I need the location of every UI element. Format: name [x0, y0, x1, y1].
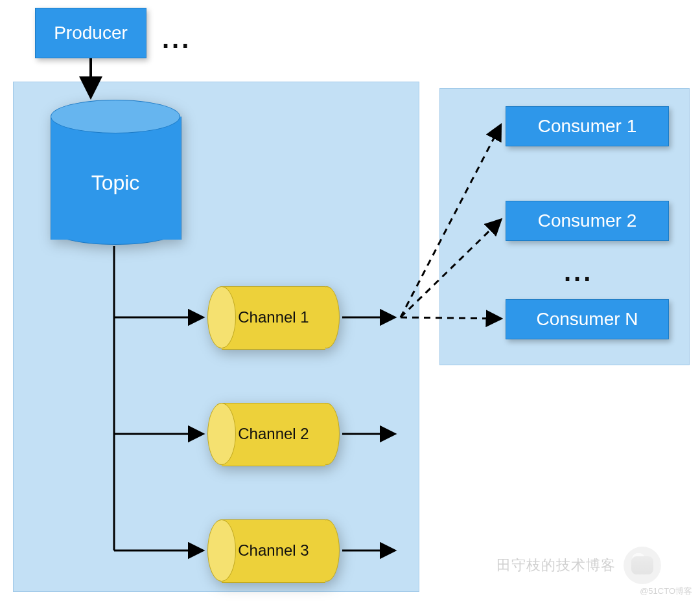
channel-label: Channel 1 — [207, 286, 340, 348]
channel-cylinder-3: Channel 3 — [207, 519, 340, 582]
channel-label: Channel 2 — [207, 403, 340, 465]
channel-cylinder-2: Channel 2 — [207, 403, 340, 465]
watermark-small: @51CTO博客 — [640, 585, 692, 597]
producer-box: Producer — [35, 8, 146, 58]
channel-label: Channel 3 — [207, 519, 340, 582]
channel-cylinder-1: Channel 1 — [207, 286, 340, 348]
watermark-text: 田守枝的技术博客 — [496, 556, 616, 575]
consumer-box-1: Consumer 1 — [506, 106, 669, 146]
consumers-ellipsis: ... — [564, 258, 593, 287]
consumer-box-n: Consumer N — [506, 299, 669, 339]
topic-cylinder: Topic — [51, 100, 180, 245]
watermark-logo-icon — [624, 547, 661, 584]
topic-label: Topic — [51, 171, 180, 195]
consumer-box-2: Consumer 2 — [506, 201, 669, 241]
producer-ellipsis: ... — [162, 25, 191, 54]
